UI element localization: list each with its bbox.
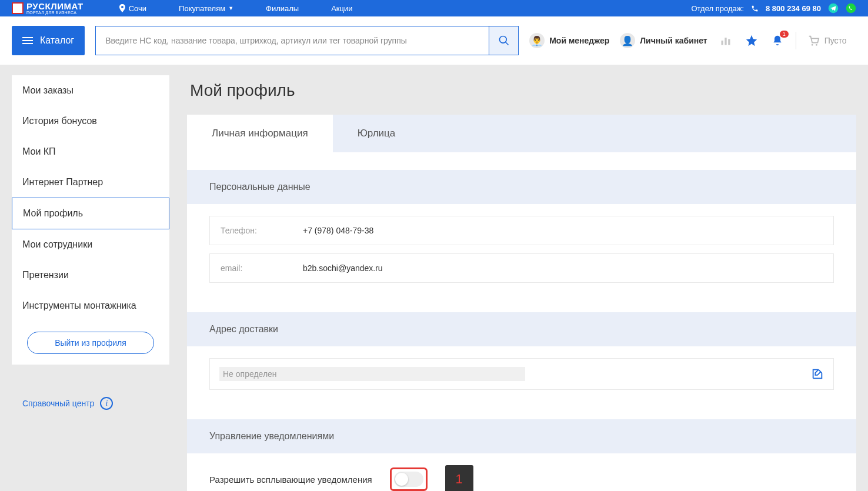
sidebar-item-orders[interactable]: Мои заказы	[12, 75, 169, 106]
catalog-label: Каталог	[40, 35, 74, 46]
buyers-link[interactable]: Покупателям ▼	[179, 4, 233, 13]
phone-icon	[751, 5, 759, 12]
logo-icon	[12, 2, 24, 14]
sidebar-item-bonus[interactable]: История бонусов	[12, 106, 169, 136]
sidebar-item-partner[interactable]: Интернет Партнер	[12, 167, 169, 198]
phone-row: Телефон: +7 (978) 048-79-38	[209, 216, 834, 245]
svg-point-1	[846, 4, 856, 14]
svg-rect-4	[721, 41, 723, 45]
whatsapp-icon[interactable]	[846, 3, 856, 14]
email-row: email: b2b.sochi@yandex.ru	[209, 253, 834, 283]
toggle-highlight	[390, 467, 428, 491]
menu-icon	[22, 37, 33, 44]
sidebar-item-tools[interactable]: Инструменты монтажника	[12, 290, 169, 321]
city-name: Сочи	[129, 4, 146, 13]
svg-point-8	[816, 44, 817, 46]
catalog-button[interactable]: Каталог	[12, 26, 85, 55]
divider	[796, 32, 796, 49]
search-container	[95, 26, 519, 55]
email-label: email:	[221, 263, 303, 273]
notif-badge: 1	[780, 31, 789, 38]
chevron-down-icon: ▼	[228, 5, 233, 11]
edit-icon	[811, 368, 824, 380]
address-header: Адрес доставки	[187, 312, 856, 346]
phone-label: Телефон:	[221, 226, 303, 235]
main: Мой профиль Личная информация Юрлица Пер…	[187, 75, 856, 491]
search-input[interactable]	[96, 26, 489, 55]
city-selector[interactable]: Сочи	[119, 4, 146, 13]
my-manager-link[interactable]: 👨‍💼 Мой менеджер	[529, 33, 609, 48]
logo[interactable]: РУСКЛИМАТ ПОРТАЛ ДЛЯ БИЗНЕСА	[12, 2, 84, 15]
sidebar-item-claims[interactable]: Претензии	[12, 260, 169, 290]
notifications-row: Разрешить всплывающие уведомления 1	[187, 453, 856, 491]
search-icon	[498, 35, 510, 46]
popup-notifications-toggle[interactable]	[394, 472, 423, 487]
help-center-link[interactable]: Справочный центр i	[12, 397, 169, 410]
tab-personal[interactable]: Личная информация	[187, 115, 333, 152]
edit-address-button[interactable]	[811, 368, 824, 380]
telegram-icon[interactable]	[828, 3, 839, 14]
sidebar-item-profile[interactable]: Мой профиль	[12, 198, 169, 229]
notifications-header: Управление уведомлениями	[187, 419, 856, 453]
phone-value: +7 (978) 048-79-38	[303, 226, 373, 235]
favorites-button[interactable]	[744, 33, 759, 48]
content: Мои заказы История бонусов Мои КП Интерн…	[0, 65, 868, 491]
info-icon: i	[100, 397, 113, 410]
annotation-marker: 1	[445, 465, 473, 491]
sidebar-item-kp[interactable]: Мои КП	[12, 136, 169, 167]
sales-label: Отдел продаж:	[691, 4, 744, 13]
email-value: b2b.sochi@yandex.ru	[303, 263, 383, 273]
branches-link[interactable]: Филиалы	[266, 4, 299, 13]
pin-icon	[119, 4, 126, 12]
promo-link[interactable]: Акции	[331, 4, 352, 13]
star-icon	[745, 34, 758, 47]
sidebar-item-staff[interactable]: Мои сотрудники	[12, 229, 169, 260]
user-avatar-icon: 👤	[620, 33, 635, 48]
page-title: Мой профиль	[187, 81, 856, 100]
brand-name: РУСКЛИМАТ	[26, 2, 84, 11]
topbar: РУСКЛИМАТ ПОРТАЛ ДЛЯ БИЗНЕСА Сочи Покупа…	[0, 0, 868, 16]
personal-data-header: Персональные данные	[187, 170, 856, 204]
svg-point-7	[811, 44, 813, 46]
address-body: Не определен	[187, 346, 856, 402]
my-cabinet-link[interactable]: 👤 Личный кабинет	[620, 33, 707, 48]
sidebar: Мои заказы История бонусов Мои КП Интерн…	[12, 75, 169, 410]
svg-rect-6	[728, 39, 730, 45]
cart-button[interactable]: Пусто	[807, 34, 847, 47]
address-row: Не определен	[209, 358, 834, 390]
logout-button[interactable]: Выйти из профиля	[27, 332, 154, 354]
cart-icon	[807, 34, 820, 47]
personal-data-body: Телефон: +7 (978) 048-79-38 email: b2b.s…	[187, 204, 856, 295]
brand-tagline: ПОРТАЛ ДЛЯ БИЗНЕСА	[26, 11, 84, 15]
tab-legal[interactable]: Юрлица	[333, 115, 420, 152]
side-menu: Мои заказы История бонусов Мои КП Интерн…	[12, 75, 169, 365]
tabs: Личная информация Юрлица	[187, 115, 856, 152]
svg-point-2	[499, 36, 506, 44]
toggle-knob	[395, 473, 408, 486]
address-value: Не определен	[219, 367, 525, 381]
manager-avatar-icon: 👨‍💼	[529, 33, 545, 48]
svg-rect-5	[725, 38, 726, 45]
search-button[interactable]	[489, 26, 518, 55]
header: Каталог 👨‍💼 Мой менеджер 👤 Личный кабине…	[0, 16, 868, 65]
notif-toggle-label: Разрешить всплывающие уведомления	[209, 475, 372, 485]
svg-line-3	[505, 42, 508, 45]
notifications-button[interactable]: 1	[770, 33, 785, 48]
stats-button[interactable]	[718, 33, 733, 48]
chart-icon	[720, 35, 732, 46]
phone-number[interactable]: 8 800 234 69 80	[766, 4, 821, 13]
